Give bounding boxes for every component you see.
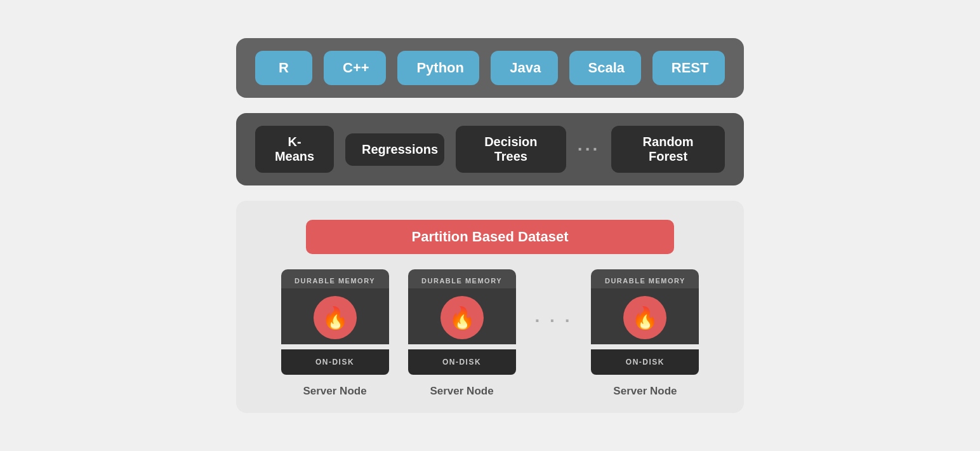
cylinder-1: 🔥 ON-DISK — [281, 288, 389, 375]
server-node-label-3: Server Node — [613, 385, 677, 398]
on-disk-base-1: ON-DISK — [281, 349, 389, 375]
algo-dots: ··· — [578, 139, 600, 159]
cylinder-3: 🔥 ON-DISK — [591, 288, 699, 375]
server-node-3: DURABLE MEMORY 🔥 ON-DISK Server Node — [591, 269, 699, 398]
cylinder-mid-2: 🔥 — [408, 288, 516, 344]
on-disk-label-1: ON-DISK — [315, 358, 354, 367]
node-separator-dots: · · · — [535, 311, 573, 356]
nodes-row: DURABLE MEMORY 🔥 ON-DISK Server Node — [281, 269, 699, 398]
on-disk-base-2: ON-DISK — [408, 349, 516, 375]
cylinder-2: 🔥 ON-DISK — [408, 288, 516, 375]
durable-label-text-2: DURABLE MEMORY — [421, 277, 502, 285]
partition-banner: Partition Based Dataset — [306, 220, 674, 254]
lang-btn-python[interactable]: Python — [397, 51, 479, 85]
main-container: R C++ Python Java Scala REST K-Means Reg… — [217, 19, 763, 432]
lang-btn-r[interactable]: R — [255, 51, 312, 85]
lang-btn-cpp[interactable]: C++ — [324, 51, 386, 85]
flame-icon-2: 🔥 — [449, 307, 475, 328]
flame-icon-3: 🔥 — [632, 307, 658, 328]
on-disk-label-2: ON-DISK — [442, 358, 481, 367]
lang-btn-java[interactable]: Java — [491, 51, 557, 85]
algo-btn-decision-trees[interactable]: Decision Trees — [456, 126, 566, 173]
durable-memory-label-2: DURABLE MEMORY — [408, 269, 516, 288]
algo-btn-kmeans[interactable]: K-Means — [255, 126, 334, 173]
on-disk-label-3: ON-DISK — [626, 358, 665, 367]
cylinder-mid-3: 🔥 — [591, 288, 699, 344]
lang-btn-rest[interactable]: REST — [652, 51, 725, 85]
lang-btn-scala[interactable]: Scala — [569, 51, 641, 85]
cylinder-mid-1: 🔥 — [281, 288, 389, 344]
algo-btn-regressions[interactable]: Regressions — [345, 133, 444, 166]
flame-circle-2: 🔥 — [440, 296, 484, 339]
algorithm-row: K-Means Regressions Decision Trees ··· R… — [236, 113, 744, 185]
durable-label-text-1: DURABLE MEMORY — [295, 277, 375, 285]
flame-circle-1: 🔥 — [314, 296, 357, 339]
algo-btn-random-forest[interactable]: Random Forest — [611, 126, 725, 173]
durable-memory-label-1: DURABLE MEMORY — [281, 269, 389, 288]
flame-icon-1: 🔥 — [322, 307, 348, 328]
durable-memory-label-3: DURABLE MEMORY — [591, 269, 699, 288]
durable-label-text-3: DURABLE MEMORY — [605, 277, 685, 285]
language-row: R C++ Python Java Scala REST — [236, 38, 744, 98]
on-disk-base-3: ON-DISK — [591, 349, 699, 375]
flame-circle-3: 🔥 — [623, 296, 666, 339]
server-node-label-1: Server Node — [303, 385, 366, 398]
server-node-label-2: Server Node — [430, 385, 493, 398]
server-node-1: DURABLE MEMORY 🔥 ON-DISK Server Node — [281, 269, 389, 398]
server-node-2: DURABLE MEMORY 🔥 ON-DISK Server Node — [408, 269, 516, 398]
partition-section: Partition Based Dataset DURABLE MEMORY 🔥… — [236, 201, 744, 413]
